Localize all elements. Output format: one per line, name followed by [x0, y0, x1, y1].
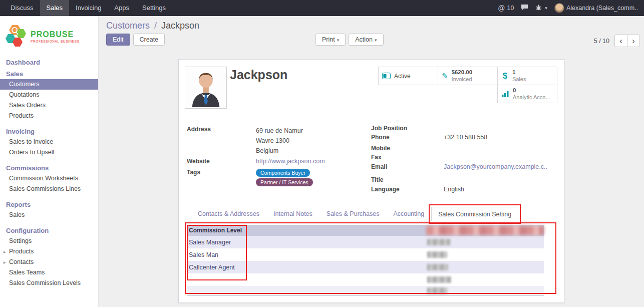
address-line-2: Wavre 1300 [256, 136, 303, 146]
stat-buttons: Active ✎ $620.00 Invoiced $ 1 Sales [379, 67, 557, 103]
table-row-sales-man[interactable]: Sales Man [187, 248, 544, 261]
sidebar-header-sales[interactable]: Sales [0, 69, 98, 79]
email-link[interactable]: Jackpson@yourcompany.example.c.. [444, 163, 547, 170]
sidebar-header-invoicing[interactable]: Invoicing [0, 126, 98, 137]
edit-button[interactable]: Edit [106, 34, 130, 46]
active-toggle-icon [382, 73, 391, 79]
breadcrumb: Customers / Jackpson [106, 21, 199, 31]
debug-menu-button[interactable]: ▾ [535, 5, 547, 12]
sidebar-item-sales-orders[interactable]: Sales Orders [0, 100, 98, 111]
user-menu[interactable]: Alexandra (Sales_comm.. [554, 3, 638, 13]
title-label: Title [371, 175, 444, 184]
sales-count-label: Sales [512, 76, 526, 83]
topbar-menu-settings[interactable]: Settings [136, 0, 172, 16]
user-name: Alexandra (Sales_comm.. [566, 5, 638, 12]
sidebar-header-dashboard[interactable]: Dashboard [0, 57, 98, 68]
sidebar-item-sales-commission-levels[interactable]: Sales Commission Levels [0, 278, 98, 288]
table-row-callcenter-agent[interactable]: Callcenter Agent [187, 261, 544, 273]
topbar-menu-invoicing[interactable]: Invoicing [69, 0, 108, 16]
action-buttons: Print▾ Action▾ [315, 34, 384, 46]
invoiced-stat-button[interactable]: ✎ $620.00 Invoiced [438, 67, 498, 85]
pager-counter: 5 / 10 [594, 38, 609, 45]
sidebar-header-configuration[interactable]: Configuration [0, 225, 98, 236]
notebook-tabs: Contacts & Addresses Internal Notes Sale… [187, 207, 556, 221]
analytic-count-label: Analytic Acco... [513, 94, 550, 101]
sidebar-item-quotations[interactable]: Quotations [0, 90, 98, 100]
sidebar-item-orders-to-upsell[interactable]: Orders to Upsell [0, 147, 98, 158]
redacted-cell-blur [427, 287, 447, 294]
topbar-right: @ 10 ▾ Alexandra (Sales_comm.. [498, 3, 644, 13]
breadcrumb-separator: / [154, 21, 157, 31]
table-row-empty [187, 286, 544, 296]
invoiced-label: Invoiced [452, 76, 473, 83]
sales-stat-button[interactable]: $ 1 Sales [497, 67, 557, 85]
topbar: Discuss Sales Invoicing Apps Settings @ … [0, 0, 644, 16]
sidebar-item-commission-worksheets[interactable]: Commission Worksheets [0, 173, 98, 184]
chat-bubble-icon [521, 4, 528, 12]
website-label: Website [187, 157, 256, 167]
sidebar-item-label: Contacts [9, 258, 34, 265]
at-icon: @ [498, 4, 505, 12]
invoiced-value: $620.00 [452, 69, 473, 76]
caret-right-icon: ▸ [4, 259, 6, 266]
active-label: Active [394, 73, 411, 80]
tab-accounting[interactable]: Accounting [386, 206, 431, 221]
sidebar-item-products[interactable]: Products [0, 111, 98, 121]
logo-title: PROBUSE [31, 30, 80, 39]
sidebar: PROBUSE PROFESSIONAL BUSINESS Dashboard … [0, 16, 99, 307]
fields-right-column: Job Position Phone +32 10 588 558 Mobile… [371, 124, 556, 194]
pager-next-button[interactable]: › [627, 35, 640, 47]
activities-count: 10 [507, 5, 514, 12]
sidebar-item-label: Products [9, 248, 34, 255]
sidebar-item-sales-teams[interactable]: Sales Teams [0, 267, 98, 278]
sidebar-item-reports-sales[interactable]: Sales [0, 210, 98, 220]
tab-internal-notes[interactable]: Internal Notes [266, 206, 319, 221]
redacted-header-blur [426, 226, 544, 235]
create-button[interactable]: Create [133, 34, 165, 46]
address-label: Address [187, 125, 256, 156]
website-link[interactable]: http://www.jackpson.com [256, 158, 325, 165]
sidebar-item-config-contacts[interactable]: ▸ Contacts [0, 257, 98, 267]
tab-sales-purchases[interactable]: Sales & Purchases [319, 206, 387, 221]
record-pager: 5 / 10 ‹ › [594, 35, 640, 47]
language-label: Language [371, 185, 444, 193]
tab-sales-commission-setting[interactable]: Sales Commission Setting [431, 207, 518, 221]
sidebar-item-config-products[interactable]: ▸ Products [0, 246, 98, 257]
caret-right-icon: ▸ [4, 249, 6, 255]
sidebar-item-sales-commissions-lines[interactable]: Sales Commissions Lines [0, 184, 98, 194]
caret-down-icon: ▾ [545, 6, 547, 11]
redacted-cell-blur [427, 251, 447, 258]
form-buttons: Edit Create [106, 34, 165, 46]
commission-level-value: Callcenter Agent [189, 264, 235, 271]
activities-button[interactable]: @ 10 [498, 4, 514, 12]
print-dropdown-button[interactable]: Print▾ [315, 34, 346, 46]
topbar-menu-sales[interactable]: Sales [40, 0, 70, 16]
sidebar-header-commissions[interactable]: Commissions [0, 163, 98, 173]
app-logo: PROBUSE PROFESSIONAL BUSINESS [0, 16, 98, 56]
topbar-menu-apps[interactable]: Apps [108, 0, 136, 16]
breadcrumb-customers-link[interactable]: Customers [106, 21, 150, 31]
sidebar-item-sales-to-invoice[interactable]: Sales to Invoice [0, 137, 98, 147]
caret-down-icon: ▾ [337, 38, 340, 43]
analytic-count-value: 0 [513, 87, 550, 94]
tag-partner-it-services: Partner / IT Services [256, 178, 313, 186]
sidebar-item-settings[interactable]: Settings [0, 236, 98, 246]
topbar-menu-discuss[interactable]: Discuss [4, 0, 40, 16]
table-row-sales-manager[interactable]: Sales Manager [187, 236, 544, 248]
column-header-commission-level[interactable]: Commission Level [189, 227, 242, 234]
redacted-cell-blur [427, 276, 451, 283]
sidebar-nav: Dashboard Sales Customers Quotations Sal… [0, 57, 98, 288]
sidebar-item-customers[interactable]: Customers [0, 79, 98, 90]
active-toggle-button[interactable]: Active [378, 67, 438, 85]
pager-previous-button[interactable]: ‹ [614, 35, 627, 47]
table-row-empty [187, 273, 544, 286]
messages-button[interactable] [521, 4, 528, 12]
sidebar-header-reports[interactable]: Reports [0, 199, 98, 210]
app-window: Discuss Sales Invoicing Apps Settings @ … [0, 0, 644, 307]
analytic-stat-button[interactable]: 0 Analytic Acco... [497, 85, 557, 103]
tab-contacts-addresses[interactable]: Contacts & Addresses [191, 206, 266, 221]
action-dropdown-button[interactable]: Action▾ [349, 34, 383, 46]
breadcrumb-current: Jackpson [161, 21, 199, 31]
table-header-row: Commission Level [187, 225, 544, 236]
dollar-icon: $ [501, 72, 509, 81]
